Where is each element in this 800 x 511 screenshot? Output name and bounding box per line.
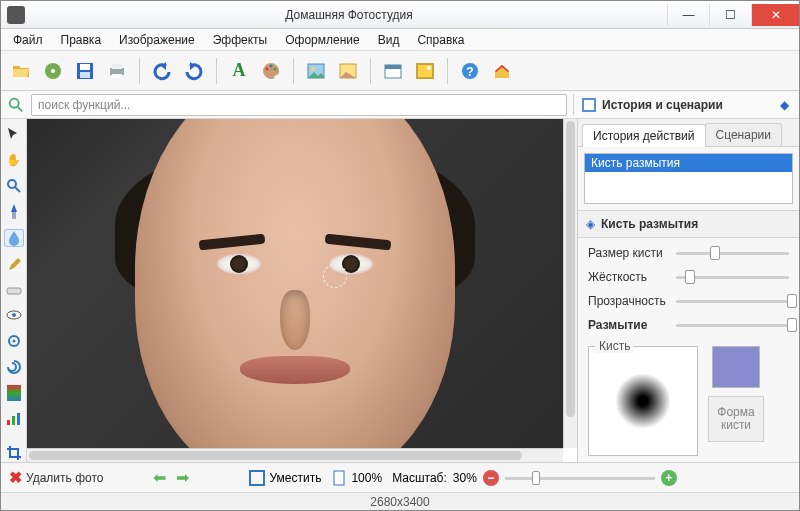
menu-image[interactable]: Изображение: [111, 31, 203, 49]
text-button[interactable]: A: [225, 57, 253, 85]
menu-help[interactable]: Справка: [409, 31, 472, 49]
main-toolbar: A ?: [1, 51, 799, 91]
tool-strip: ✋: [1, 119, 27, 462]
history-item[interactable]: Кисть размытия: [585, 154, 792, 172]
tool-clone[interactable]: [4, 332, 24, 350]
menu-edit[interactable]: Правка: [53, 31, 110, 49]
svg-rect-32: [7, 385, 21, 401]
menu-file[interactable]: Файл: [5, 31, 51, 49]
opac-slider[interactable]: [676, 294, 789, 308]
right-tabs: История действий Сценарии: [578, 119, 799, 147]
tool-gradient[interactable]: [4, 384, 24, 402]
tab-scenarios[interactable]: Сценарии: [705, 123, 782, 146]
zoom-out-button[interactable]: −: [483, 470, 499, 486]
tool-dodge[interactable]: [4, 307, 24, 325]
color-swatch[interactable]: [712, 346, 760, 388]
tool-eraser[interactable]: [4, 281, 24, 299]
svg-point-29: [12, 313, 16, 317]
size-slider[interactable]: [676, 246, 789, 260]
search-input[interactable]: поиск функций...: [31, 94, 567, 116]
history-list[interactable]: Кисть размытия: [584, 153, 793, 204]
svg-line-21: [18, 106, 23, 111]
doc-icon: [331, 470, 347, 486]
menu-view[interactable]: Вид: [370, 31, 408, 49]
home-button[interactable]: [488, 57, 516, 85]
svg-point-24: [8, 180, 16, 188]
zoom100-label: 100%: [351, 471, 382, 485]
brush-cursor: [323, 264, 347, 288]
vertical-scrollbar[interactable]: [563, 119, 577, 448]
tool-levels[interactable]: [4, 410, 24, 428]
section-header[interactable]: ◈ Кисть размытия: [578, 210, 799, 238]
tab-history[interactable]: История действий: [582, 124, 706, 147]
tool-zoom[interactable]: [4, 177, 24, 195]
print-button[interactable]: [103, 57, 131, 85]
svg-point-8: [266, 67, 269, 70]
photo2-button[interactable]: [334, 57, 362, 85]
brush-preview: Кисть: [588, 346, 698, 456]
brush-legend: Кисть: [595, 339, 634, 353]
tool-crop[interactable]: [4, 444, 24, 462]
svg-rect-37: [334, 471, 344, 485]
palette-button[interactable]: [257, 57, 285, 85]
zoom100-button[interactable]: 100%: [331, 470, 382, 486]
help-button[interactable]: ?: [456, 57, 484, 85]
tool-move[interactable]: [4, 125, 24, 143]
undo-button[interactable]: [148, 57, 176, 85]
delete-label: Удалить фото: [26, 471, 103, 485]
tool-blur[interactable]: [4, 229, 24, 247]
svg-rect-7: [112, 74, 122, 78]
horizontal-scrollbar[interactable]: [27, 448, 563, 462]
svg-rect-33: [7, 420, 10, 425]
minimize-button[interactable]: —: [667, 4, 709, 26]
maximize-button[interactable]: ☐: [709, 4, 751, 26]
svg-rect-6: [112, 64, 122, 69]
next-photo-button[interactable]: ➡: [176, 468, 189, 487]
close-button[interactable]: ✕: [751, 4, 799, 26]
tool-brush[interactable]: [4, 203, 24, 221]
zoom-in-button[interactable]: +: [661, 470, 677, 486]
svg-rect-35: [17, 413, 20, 425]
size-label: Размер кисти: [588, 246, 670, 260]
zoom-slider[interactable]: [505, 473, 655, 483]
redo-button[interactable]: [180, 57, 208, 85]
save-button[interactable]: [71, 57, 99, 85]
menu-effects[interactable]: Эффекты: [205, 31, 276, 49]
svg-rect-16: [417, 64, 433, 78]
tool-swirl[interactable]: [4, 358, 24, 376]
film-button[interactable]: [39, 57, 67, 85]
menubar: Файл Правка Изображение Эффекты Оформлен…: [1, 29, 799, 51]
tool-hand[interactable]: ✋: [4, 151, 24, 169]
svg-rect-27: [7, 288, 21, 294]
frame-button[interactable]: [411, 57, 439, 85]
bottom-bar: ✖Удалить фото ⬅ ➡ Уместить 100% Масштаб:…: [1, 462, 799, 492]
svg-rect-5: [110, 68, 124, 75]
svg-point-12: [311, 67, 315, 71]
blur-slider[interactable]: [676, 318, 789, 332]
window-title: Домашняя Фотостудия: [31, 8, 667, 22]
tool-pencil[interactable]: [4, 255, 24, 273]
hard-slider[interactable]: [676, 270, 789, 284]
svg-rect-36: [250, 471, 264, 485]
collapse-icon[interactable]: ◆: [780, 98, 789, 112]
fit-button[interactable]: Уместить: [249, 470, 321, 486]
svg-text:?: ?: [466, 65, 473, 79]
canvas[interactable]: [27, 119, 577, 462]
calendar-button[interactable]: [379, 57, 407, 85]
search-row: поиск функций... История и сценарии ◆: [1, 91, 799, 119]
svg-rect-3: [80, 64, 90, 70]
svg-point-17: [427, 66, 431, 70]
zoom-label: Масштаб:: [392, 471, 447, 485]
delete-photo-button[interactable]: ✖Удалить фото: [9, 468, 103, 487]
photo1-button[interactable]: [302, 57, 330, 85]
right-panel: История действий Сценарии Кисть размытия…: [577, 119, 799, 462]
zoom-value: 30%: [453, 471, 477, 485]
menu-decor[interactable]: Оформление: [277, 31, 367, 49]
open-button[interactable]: [7, 57, 35, 85]
prev-photo-button[interactable]: ⬅: [153, 468, 166, 487]
right-panel-header: История и сценарии ◆: [573, 94, 793, 115]
brush-shape-button[interactable]: Форма кисти: [708, 396, 764, 442]
svg-line-25: [15, 187, 20, 192]
search-placeholder: поиск функций...: [38, 98, 130, 112]
fit-icon: [249, 470, 265, 486]
